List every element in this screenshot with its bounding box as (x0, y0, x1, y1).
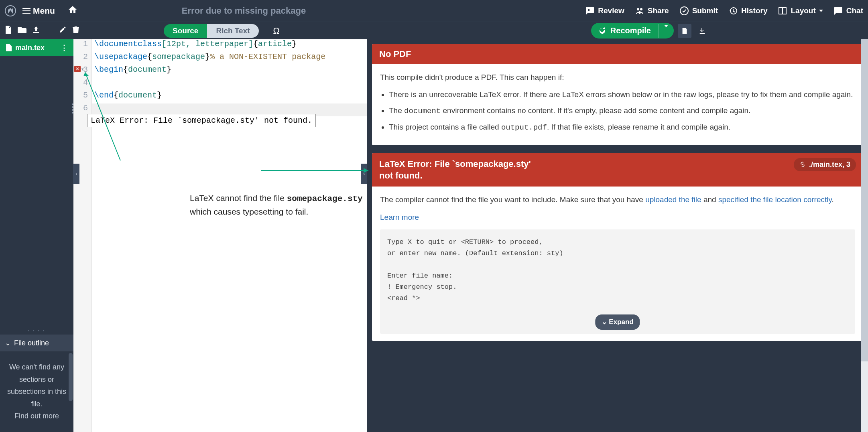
scrollbar-thumb[interactable] (861, 39, 868, 361)
submit-label: Submit (692, 6, 718, 15)
resize-handle[interactable]: • • • • (0, 327, 73, 335)
uploaded-file-link[interactable]: uploaded the file (645, 195, 701, 204)
annotation: LaTeX cannot find the file somepackage.s… (190, 192, 363, 218)
svg-point-0 (637, 8, 639, 10)
no-pdf-intro: This compile didn't produce a PDF. This … (380, 71, 855, 83)
review-icon (585, 6, 595, 16)
logs-button[interactable] (678, 24, 691, 38)
menu-label: Menu (33, 6, 55, 16)
delete-icon[interactable] (72, 26, 79, 36)
svg-point-1 (640, 8, 642, 10)
file-icon (6, 44, 12, 51)
outline-learn-more-link[interactable]: Find out more (14, 412, 59, 420)
chevron-down-icon (819, 10, 823, 12)
no-pdf-reason: This project contains a file called outp… (389, 121, 855, 134)
review-label: Review (598, 6, 624, 15)
scrollbar[interactable] (861, 39, 868, 432)
no-pdf-reason: The document environment contains no con… (389, 105, 855, 117)
topbar: Menu Error due to missing package Review… (0, 0, 868, 22)
project-title: Error due to missing package (182, 6, 306, 16)
panel-toggle-left[interactable]: › (73, 164, 79, 184)
file-outline-toggle[interactable]: ⌄ File outline (0, 335, 73, 351)
file-tree-sidebar: main.tex ⋮ • • • • ⌄ File outline We can… (0, 39, 73, 432)
richtext-tab[interactable]: Rich Text (207, 24, 258, 38)
error-description: The compiler cannot find the file you wa… (380, 194, 855, 205)
error-location-link[interactable]: ./main.tex, 3 (794, 158, 856, 171)
code-editor[interactable]: ✕ ▾ 1\documentclass[12pt, letterpaper]{a… (73, 39, 367, 432)
outline-empty-text: We can't find any sections or subsection… (7, 363, 66, 408)
error-panel: No PDF This compile didn't produce a PDF… (367, 39, 868, 432)
learn-more-link[interactable]: Learn more (380, 213, 419, 221)
no-pdf-card: No PDF This compile didn't produce a PDF… (372, 44, 863, 145)
outline-title: File outline (14, 339, 49, 347)
link-icon (799, 161, 806, 168)
line-number: 4 (73, 78, 92, 91)
share-icon (635, 6, 644, 16)
toolbar: Source Rich Text Ω Recompile (0, 22, 868, 39)
latex-error-card: LaTeX Error: File `somepackage.sty' not … (372, 153, 863, 341)
error-title: LaTeX Error: File `somepackage.sty' not … (379, 158, 532, 182)
new-folder-icon[interactable] (18, 26, 26, 35)
layout-button[interactable]: Layout (778, 6, 823, 16)
recompile-button[interactable]: Recompile (591, 23, 658, 39)
error-tooltip: LaTeX Error: File `somepackage.sty' not … (87, 114, 316, 127)
chat-button[interactable]: Chat (833, 6, 863, 16)
chat-label: Chat (846, 6, 863, 15)
scrollbar-thumb[interactable] (69, 353, 73, 401)
submit-button[interactable]: Submit (679, 6, 718, 16)
raw-log: Type X to quit or <RETURN> to proceed, o… (380, 229, 855, 334)
submit-icon (679, 6, 689, 16)
layout-label: Layout (791, 6, 815, 15)
editor-mode-toggle: Source Rich Text (164, 24, 259, 38)
file-menu-icon[interactable]: ⋮ (61, 43, 68, 52)
outline-body: We can't find any sections or subsection… (0, 351, 73, 432)
history-icon (728, 6, 738, 16)
upload-icon[interactable] (32, 26, 40, 36)
menu-button[interactable]: Menu (22, 6, 55, 16)
history-button[interactable]: History (728, 6, 767, 16)
line-number: 2 (73, 52, 92, 65)
line-number: 5 (73, 91, 92, 103)
history-label: History (741, 6, 767, 15)
source-tab[interactable]: Source (164, 24, 207, 38)
recompile-label: Recompile (610, 26, 651, 35)
overleaf-logo[interactable] (5, 5, 16, 16)
hamburger-icon (22, 8, 30, 14)
chevron-down-icon: ⌄ (602, 316, 607, 328)
recompile-dropdown[interactable] (658, 24, 674, 38)
svg-point-3 (680, 7, 688, 15)
symbol-palette-button[interactable]: Ω (273, 26, 280, 36)
share-button[interactable]: Share (635, 6, 669, 16)
review-button[interactable]: Review (585, 6, 624, 16)
panel-toggle-right[interactable]: › (361, 164, 367, 184)
no-pdf-reason: There is an unrecoverable LaTeX error. I… (389, 89, 855, 100)
expand-button[interactable]: ⌄Expand (595, 314, 640, 330)
refresh-icon (598, 27, 606, 35)
chevron-down-icon (664, 25, 668, 34)
layout-icon (778, 6, 787, 16)
recompile-button-group: Recompile (591, 23, 674, 39)
home-icon[interactable] (68, 5, 77, 17)
fold-icon[interactable]: ▾ (81, 67, 84, 72)
no-pdf-title: No PDF (372, 44, 863, 64)
chat-icon (833, 6, 843, 16)
download-button[interactable] (695, 24, 709, 38)
file-name: main.tex (15, 44, 45, 52)
rename-icon[interactable] (59, 26, 67, 36)
chevron-down-icon: ⌄ (5, 339, 11, 347)
file-location-link[interactable]: specified the file location correctly (718, 195, 832, 204)
line-number: 1 (73, 39, 92, 52)
file-tab-main[interactable]: main.tex ⋮ (0, 39, 73, 56)
new-file-icon[interactable] (5, 26, 12, 36)
share-label: Share (648, 6, 669, 15)
error-marker-icon[interactable]: ✕ (74, 66, 81, 72)
